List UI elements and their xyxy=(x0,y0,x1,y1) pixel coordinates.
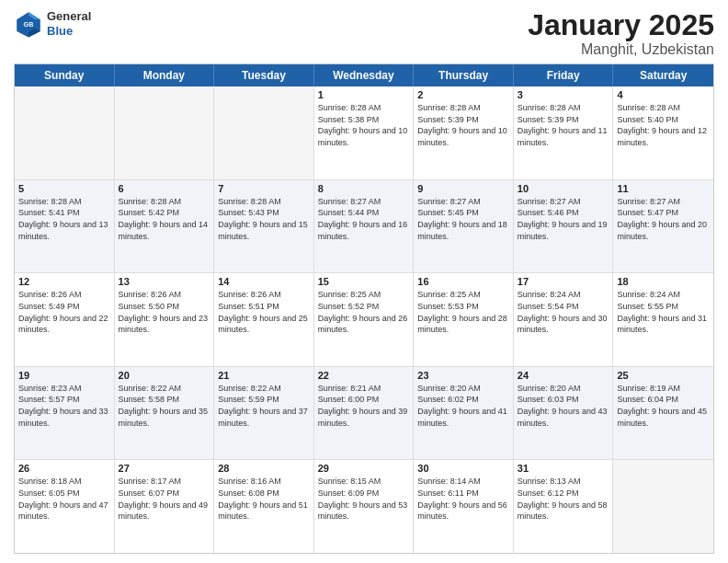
calendar-cell: 29Sunrise: 8:15 AMSunset: 6:09 PMDayligh… xyxy=(314,460,415,553)
day-number: 13 xyxy=(119,276,210,287)
day-header-monday: Monday xyxy=(115,64,215,86)
calendar-cell: 18Sunrise: 8:24 AMSunset: 5:55 PMDayligh… xyxy=(613,273,713,366)
calendar-cell: 20Sunrise: 8:22 AMSunset: 5:58 PMDayligh… xyxy=(115,367,215,460)
calendar-cell: 22Sunrise: 8:21 AMSunset: 6:00 PMDayligh… xyxy=(314,367,415,460)
day-header-saturday: Saturday xyxy=(613,64,713,86)
calendar-cell: 3Sunrise: 8:28 AMSunset: 5:39 PMDaylight… xyxy=(514,86,614,179)
cell-info: Sunrise: 8:20 AMSunset: 6:03 PMDaylight:… xyxy=(518,383,609,429)
calendar-week-3: 12Sunrise: 8:26 AMSunset: 5:49 PMDayligh… xyxy=(15,273,713,367)
calendar-cell: 4Sunrise: 8:28 AMSunset: 5:40 PMDaylight… xyxy=(613,86,713,179)
logo-text: General Blue xyxy=(47,9,91,38)
cell-info: Sunrise: 8:21 AMSunset: 6:00 PMDaylight:… xyxy=(318,383,410,429)
day-number: 5 xyxy=(18,183,110,194)
svg-text:GB: GB xyxy=(24,20,34,29)
cell-info: Sunrise: 8:28 AMSunset: 5:38 PMDaylight:… xyxy=(318,102,410,148)
calendar-cell: 26Sunrise: 8:18 AMSunset: 6:05 PMDayligh… xyxy=(15,460,115,553)
cell-info: Sunrise: 8:27 AMSunset: 5:46 PMDaylight:… xyxy=(518,196,609,242)
day-number: 22 xyxy=(318,370,410,381)
day-number: 25 xyxy=(617,370,710,381)
day-header-sunday: Sunday xyxy=(15,64,115,86)
cell-info: Sunrise: 8:18 AMSunset: 6:05 PMDaylight:… xyxy=(18,476,110,522)
day-number: 9 xyxy=(417,183,509,194)
calendar-cell: 1Sunrise: 8:28 AMSunset: 5:38 PMDaylight… xyxy=(314,86,415,179)
cell-info: Sunrise: 8:15 AMSunset: 6:09 PMDaylight:… xyxy=(318,476,410,522)
cell-info: Sunrise: 8:16 AMSunset: 6:08 PMDaylight:… xyxy=(218,476,310,522)
day-number: 29 xyxy=(318,463,410,474)
day-number: 26 xyxy=(18,463,110,474)
calendar-cell: 10Sunrise: 8:27 AMSunset: 5:46 PMDayligh… xyxy=(514,180,614,273)
page: GB General Blue January 2025 Manghit, Uz… xyxy=(0,0,728,563)
calendar-cell: 8Sunrise: 8:27 AMSunset: 5:44 PMDaylight… xyxy=(314,180,415,273)
calendar-cell: 21Sunrise: 8:22 AMSunset: 5:59 PMDayligh… xyxy=(214,367,314,460)
day-number: 12 xyxy=(18,276,110,287)
logo: GB General Blue xyxy=(14,9,91,39)
cell-info: Sunrise: 8:13 AMSunset: 6:12 PMDaylight:… xyxy=(518,476,609,522)
cell-info: Sunrise: 8:28 AMSunset: 5:39 PMDaylight:… xyxy=(417,102,509,148)
calendar-cell: 31Sunrise: 8:13 AMSunset: 6:12 PMDayligh… xyxy=(514,460,614,553)
day-header-tuesday: Tuesday xyxy=(214,64,314,86)
calendar-cell xyxy=(613,460,713,553)
cell-info: Sunrise: 8:27 AMSunset: 5:44 PMDaylight:… xyxy=(318,196,410,242)
cell-info: Sunrise: 8:24 AMSunset: 5:55 PMDaylight:… xyxy=(617,289,710,335)
logo-general: General xyxy=(47,9,91,24)
cell-info: Sunrise: 8:17 AMSunset: 6:07 PMDaylight:… xyxy=(119,476,210,522)
day-number: 6 xyxy=(119,183,210,194)
calendar-week-2: 5Sunrise: 8:28 AMSunset: 5:41 PMDaylight… xyxy=(15,180,713,274)
calendar-cell: 9Sunrise: 8:27 AMSunset: 5:45 PMDaylight… xyxy=(414,180,514,273)
day-number: 23 xyxy=(417,370,509,381)
calendar-week-4: 19Sunrise: 8:23 AMSunset: 5:57 PMDayligh… xyxy=(15,367,713,461)
calendar-cell: 15Sunrise: 8:25 AMSunset: 5:52 PMDayligh… xyxy=(314,273,415,366)
calendar-cell: 27Sunrise: 8:17 AMSunset: 6:07 PMDayligh… xyxy=(115,460,215,553)
day-number: 24 xyxy=(518,370,609,381)
title-block: January 2025 Manghit, Uzbekistan xyxy=(528,9,714,58)
day-header-wednesday: Wednesday xyxy=(314,64,415,86)
calendar-cell: 13Sunrise: 8:26 AMSunset: 5:50 PMDayligh… xyxy=(115,273,215,366)
day-header-thursday: Thursday xyxy=(414,64,514,86)
calendar-cell: 30Sunrise: 8:14 AMSunset: 6:11 PMDayligh… xyxy=(414,460,514,553)
calendar-cell xyxy=(115,86,215,179)
day-number: 4 xyxy=(617,89,710,100)
calendar: SundayMondayTuesdayWednesdayThursdayFrid… xyxy=(14,63,714,554)
cell-info: Sunrise: 8:25 AMSunset: 5:52 PMDaylight:… xyxy=(318,289,410,335)
cell-info: Sunrise: 8:27 AMSunset: 5:47 PMDaylight:… xyxy=(617,196,710,242)
calendar-cell: 2Sunrise: 8:28 AMSunset: 5:39 PMDaylight… xyxy=(414,86,514,179)
day-number: 2 xyxy=(417,89,509,100)
cell-info: Sunrise: 8:22 AMSunset: 5:58 PMDaylight:… xyxy=(119,383,210,429)
calendar-cell: 5Sunrise: 8:28 AMSunset: 5:41 PMDaylight… xyxy=(15,180,115,273)
day-number: 10 xyxy=(518,183,609,194)
calendar-cell: 11Sunrise: 8:27 AMSunset: 5:47 PMDayligh… xyxy=(613,180,713,273)
cell-info: Sunrise: 8:26 AMSunset: 5:50 PMDaylight:… xyxy=(119,289,210,335)
day-number: 27 xyxy=(119,463,210,474)
day-header-friday: Friday xyxy=(514,64,614,86)
cell-info: Sunrise: 8:26 AMSunset: 5:51 PMDaylight:… xyxy=(218,289,310,335)
calendar-cell: 19Sunrise: 8:23 AMSunset: 5:57 PMDayligh… xyxy=(15,367,115,460)
day-number: 31 xyxy=(518,463,609,474)
day-number: 1 xyxy=(318,89,410,100)
logo-blue: Blue xyxy=(47,24,91,39)
calendar-cell: 7Sunrise: 8:28 AMSunset: 5:43 PMDaylight… xyxy=(214,180,314,273)
cell-info: Sunrise: 8:26 AMSunset: 5:49 PMDaylight:… xyxy=(18,289,110,335)
cell-info: Sunrise: 8:14 AMSunset: 6:11 PMDaylight:… xyxy=(417,476,509,522)
cell-info: Sunrise: 8:19 AMSunset: 6:04 PMDaylight:… xyxy=(617,383,710,429)
calendar-cell: 24Sunrise: 8:20 AMSunset: 6:03 PMDayligh… xyxy=(514,367,614,460)
day-number: 17 xyxy=(518,276,609,287)
calendar-cell: 23Sunrise: 8:20 AMSunset: 6:02 PMDayligh… xyxy=(414,367,514,460)
calendar-cell xyxy=(15,86,115,179)
cell-info: Sunrise: 8:28 AMSunset: 5:41 PMDaylight:… xyxy=(18,196,110,242)
calendar-cell xyxy=(214,86,314,179)
calendar-cell: 6Sunrise: 8:28 AMSunset: 5:42 PMDaylight… xyxy=(115,180,215,273)
cell-info: Sunrise: 8:27 AMSunset: 5:45 PMDaylight:… xyxy=(417,196,509,242)
day-number: 11 xyxy=(617,183,710,194)
cell-info: Sunrise: 8:24 AMSunset: 5:54 PMDaylight:… xyxy=(518,289,609,335)
cell-info: Sunrise: 8:23 AMSunset: 5:57 PMDaylight:… xyxy=(18,383,110,429)
calendar-cell: 17Sunrise: 8:24 AMSunset: 5:54 PMDayligh… xyxy=(514,273,614,366)
cell-info: Sunrise: 8:20 AMSunset: 6:02 PMDaylight:… xyxy=(417,383,509,429)
day-number: 16 xyxy=(417,276,509,287)
calendar-header: SundayMondayTuesdayWednesdayThursdayFrid… xyxy=(15,64,713,86)
cell-info: Sunrise: 8:28 AMSunset: 5:42 PMDaylight:… xyxy=(119,196,210,242)
calendar-cell: 25Sunrise: 8:19 AMSunset: 6:04 PMDayligh… xyxy=(613,367,713,460)
day-number: 19 xyxy=(18,370,110,381)
day-number: 15 xyxy=(318,276,410,287)
calendar-week-1: 1Sunrise: 8:28 AMSunset: 5:38 PMDaylight… xyxy=(15,86,713,180)
cell-info: Sunrise: 8:28 AMSunset: 5:43 PMDaylight:… xyxy=(218,196,310,242)
